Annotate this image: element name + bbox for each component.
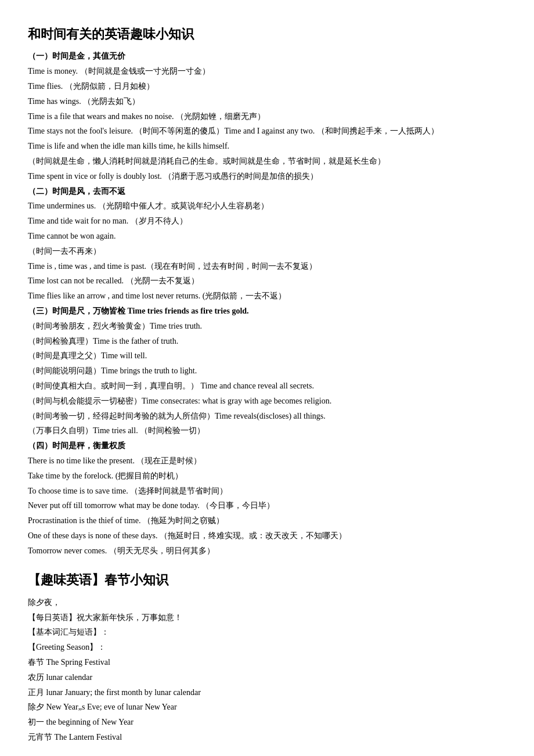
section-2: （二）时间是风，去而不返 Time undermines us. （光阴暗中催人… bbox=[28, 185, 506, 303]
list-item: Time and tide wait for no man. （岁月不待人） bbox=[28, 214, 506, 228]
list-item: （时间能说明问题）Time brings the truth to light. bbox=[28, 364, 506, 378]
list-item: （时间就是生命，懒人消耗时间就是消耗自己的生命。或时间就是生命，节省时间，就是延… bbox=[28, 154, 506, 168]
sf-intro: 除夕夜， bbox=[28, 596, 506, 610]
list-item: One of these days is none of these days.… bbox=[28, 529, 506, 543]
section3-header: （三）时间是尺，万物皆检 Time tries friends as fire … bbox=[28, 304, 506, 318]
page-title: 和时间有关的英语趣味小知识 bbox=[28, 23, 506, 45]
list-item: （时间考验朋友，烈火考验黄金）Time tries truth. bbox=[28, 319, 506, 333]
list-item: 初一 the beginning of New Year bbox=[28, 715, 506, 729]
list-item: Time cannot be won again. bbox=[28, 229, 506, 243]
list-item: 除夕 New Year„s Eve; eve of lunar New Year bbox=[28, 700, 506, 714]
list-item: Time is , time was , and time is past.（现… bbox=[28, 260, 506, 273]
list-item: （时间与机会能提示一切秘密）Time consecrates: what is … bbox=[28, 394, 506, 408]
list-item: （时间一去不再来） bbox=[28, 244, 506, 258]
section2-header: （二）时间是风，去而不返 bbox=[28, 185, 506, 199]
list-item: To choose time is to save time. （选择时间就是节… bbox=[28, 484, 506, 498]
section-4: （四）时间是秤，衡量权质 There is no time like the p… bbox=[28, 439, 506, 557]
list-item: （时间使真相大白。或时间一到，真理自明。） Time and chance re… bbox=[28, 379, 506, 393]
list-item: There is no time like the present. （现在正是… bbox=[28, 454, 506, 468]
list-item: Time is life and when the idle man kills… bbox=[28, 139, 506, 153]
list-item: 正月 lunar January; the first month by lun… bbox=[28, 686, 506, 700]
list-item: （时间检验真理）Time is the father of truth. bbox=[28, 334, 506, 348]
list-item: Procrastination is the thief of time. （拖… bbox=[28, 514, 506, 528]
list-item: Time is a file that wears and makes no n… bbox=[28, 110, 506, 124]
list-item: Time flies like an arrow , and time lost… bbox=[28, 289, 506, 303]
section1-header: （一）时间是金，其值无价 bbox=[28, 49, 506, 63]
list-item: （万事日久自明）Time tries all. （时间检验一切） bbox=[28, 424, 506, 438]
list-item: 元宵节 The Lantern Festival bbox=[28, 730, 506, 744]
list-item: Take time by the forelock. (把握目前的时机） bbox=[28, 469, 506, 483]
section1-lines: Time is money. （时间就是金钱或一寸光阴一寸金）Time flie… bbox=[28, 64, 506, 183]
list-item: Time lost can not be recalled. （光阴一去不复返） bbox=[28, 274, 506, 288]
list-item: Time stays not the fool's leisure. （时间不等… bbox=[28, 124, 506, 138]
list-item: （时间考验一切，经得起时间考验的就为人所信仰）Time reveals(disc… bbox=[28, 409, 506, 423]
sf-line2: 【基本词汇与短语】： bbox=[28, 625, 506, 639]
list-item: Never put off till tomorrow what may be … bbox=[28, 499, 506, 513]
page-title-2: 【趣味英语】春节小知识 bbox=[28, 569, 506, 591]
list-item: Time undermines us. （光阴暗中催人才。或莫说年纪小人生容易老… bbox=[28, 199, 506, 213]
section2-lines: Time undermines us. （光阴暗中催人才。或莫说年纪小人生容易老… bbox=[28, 199, 506, 303]
list-item: Time flies. （光阴似箭，日月如梭） bbox=[28, 80, 506, 93]
list-item: Time has wings. （光阴去如飞） bbox=[28, 95, 506, 109]
spring-festival-section: 除夕夜， 【每日英语】祝大家新年快乐，万事如意！ 【基本词汇与短语】： 【Gre… bbox=[28, 596, 506, 744]
section4-header: （四）时间是秤，衡量权质 bbox=[28, 439, 506, 453]
sf-items: 春节 The Spring Festival农历 lunar calendar正… bbox=[28, 656, 506, 744]
list-item: 春节 The Spring Festival bbox=[28, 656, 506, 669]
list-item: Time is money. （时间就是金钱或一寸光阴一寸金） bbox=[28, 64, 506, 78]
list-item: （时间是真理之父）Time will tell. bbox=[28, 349, 506, 363]
section-1: （一）时间是金，其值无价 Time is money. （时间就是金钱或一寸光阴… bbox=[28, 49, 506, 183]
section4-lines: There is no time like the present. （现在正是… bbox=[28, 454, 506, 558]
list-item: Time spent in vice or folly is doubly lo… bbox=[28, 170, 506, 183]
list-item: 农历 lunar calendar bbox=[28, 671, 506, 685]
section-3: （三）时间是尺，万物皆检 Time tries friends as fire … bbox=[28, 304, 506, 438]
list-item: Tomorrow never comes. （明天无尽头，明日何其多） bbox=[28, 544, 506, 558]
section3-lines: （时间考验朋友，烈火考验黄金）Time tries truth.（时间检验真理）… bbox=[28, 319, 506, 438]
sf-line1: 【每日英语】祝大家新年快乐，万事如意！ bbox=[28, 611, 506, 625]
sf-line3: 【Greeting Season】： bbox=[28, 640, 506, 654]
